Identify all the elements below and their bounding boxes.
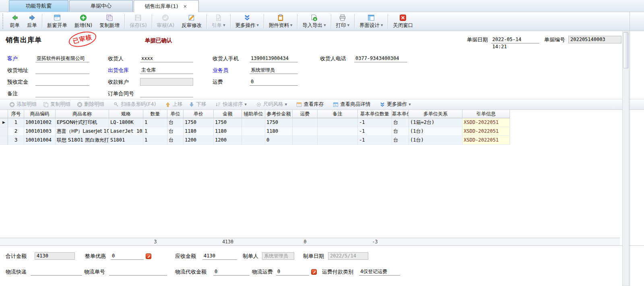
- cell-remark[interactable]: [318, 118, 358, 127]
- copy-new-button[interactable]: 复制新增: [96, 12, 123, 31]
- doc-date-field[interactable]: 2022-05-14 14:21: [491, 36, 539, 43]
- ui-design-button[interactable]: 界面设计▼: [356, 12, 386, 31]
- import-export-button[interactable]: 导入导出▼: [299, 12, 329, 31]
- column-header-freight[interactable]: 运费: [293, 110, 318, 118]
- cell-product-name[interactable]: 联想 S1801 黑白激光打印: [56, 136, 109, 145]
- field-input[interactable]: 1390013900434: [250, 55, 298, 62]
- cell-remark[interactable]: [318, 136, 358, 145]
- cell-base-unit[interactable]: 台: [392, 136, 409, 145]
- toolbar-grip[interactable]: [2, 14, 5, 29]
- column-header-product-code[interactable]: 商品编码: [24, 110, 56, 118]
- cell-aux-unit[interactable]: [242, 127, 265, 136]
- cell-product-code[interactable]: 100101003: [24, 127, 56, 136]
- column-header-amount[interactable]: 金额: [214, 110, 242, 118]
- cell-ref-amount[interactable]: 1750: [265, 118, 293, 127]
- cell-aux-unit[interactable]: [242, 136, 265, 145]
- cell-source-info[interactable]: XSDD-2022051: [462, 127, 510, 136]
- field-input[interactable]: [35, 66, 89, 74]
- cell-product-code[interactable]: 100101002: [24, 118, 56, 127]
- dropdown-arrow-icon[interactable]: ▼: [324, 24, 326, 27]
- close-window-button[interactable]: 关闭窗口: [389, 12, 417, 31]
- cell-base-qty[interactable]: -1: [358, 127, 392, 136]
- cell-spec[interactable]: LQ-1800K: [109, 118, 143, 127]
- field-input[interactable]: 0: [250, 78, 298, 86]
- field-input[interactable]: [140, 90, 193, 97]
- field-input[interactable]: 0377-9343400304: [354, 55, 407, 62]
- attachment-button[interactable]: 附件资料▼: [265, 12, 296, 31]
- print-button[interactable]: 打印▼: [332, 12, 353, 31]
- cell-source-info[interactable]: XSDD-2022051: [462, 118, 510, 127]
- column-header-multi-unit-relation[interactable]: 多单位关系: [409, 110, 462, 118]
- dropdown-arrow-icon[interactable]: ▼: [285, 103, 287, 106]
- dropdown-arrow-icon[interactable]: ▼: [347, 24, 349, 27]
- field-input[interactable]: 0: [111, 252, 144, 260]
- cell-ref-amount[interactable]: 1180: [265, 127, 293, 136]
- view-detail-button[interactable]: 查看商品详情: [330, 99, 374, 109]
- dropdown-arrow-icon[interactable]: ▼: [257, 24, 259, 27]
- discount-edit-icon[interactable]: [146, 253, 151, 259]
- freight-edit-icon[interactable]: [311, 269, 317, 275]
- column-header-price[interactable]: 单价: [184, 110, 214, 118]
- field-input[interactable]: [31, 268, 82, 276]
- cell-product-code[interactable]: 100101004: [24, 136, 56, 145]
- cell-freight[interactable]: [293, 118, 318, 127]
- column-header-base-unit[interactable]: 基本单位: [392, 110, 409, 118]
- cell-base-unit[interactable]: 台: [392, 127, 409, 136]
- cell-base-unit[interactable]: 台: [392, 118, 409, 127]
- cell-amount[interactable]: 1750: [214, 118, 242, 127]
- field-input[interactable]: 系统管理员: [250, 66, 298, 74]
- cell-spec[interactable]: S1801: [109, 136, 143, 145]
- column-header-remark[interactable]: 备注: [318, 110, 358, 118]
- cell-unit[interactable]: 台: [167, 118, 184, 127]
- column-header-base-qty[interactable]: 基本单位数量: [358, 110, 392, 118]
- dropdown-arrow-icon[interactable]: ▼: [381, 24, 383, 27]
- cell-qty[interactable]: 1: [143, 118, 167, 127]
- tab-document-center[interactable]: 单据中心: [69, 0, 133, 12]
- column-header-index[interactable]: 序号: [8, 110, 24, 118]
- field-input[interactable]: 4130: [202, 252, 237, 260]
- field-input[interactable]: 亚拓软件科技有限公司: [35, 55, 89, 62]
- cell-index[interactable]: 2: [8, 127, 24, 136]
- scrollbar-thumb[interactable]: [623, 32, 628, 68]
- dropdown-arrow-icon[interactable]: ▼: [409, 103, 411, 106]
- cell-base-qty[interactable]: -1: [358, 136, 392, 145]
- field-input[interactable]: 0: [213, 268, 250, 276]
- table-row[interactable]: 3100101004联想 S1801 黑白激光打印S18011台12001200…: [0, 136, 644, 145]
- cell-qty[interactable]: 1: [143, 127, 167, 136]
- field-input[interactable]: 4仅登记运费: [359, 268, 400, 276]
- field-input[interactable]: [35, 90, 89, 97]
- dropdown-arrow-icon[interactable]: ▼: [223, 24, 225, 27]
- cell-multi-unit-relation[interactable]: (1台): [409, 136, 462, 145]
- column-header-ref-amount[interactable]: 参考价金额: [265, 110, 293, 118]
- new-window-button[interactable]: 新窗开单: [43, 12, 71, 31]
- cell-price[interactable]: 1200: [184, 136, 214, 145]
- dropdown-arrow-icon[interactable]: ▼: [290, 24, 292, 27]
- cell-qty[interactable]: 1: [143, 136, 167, 145]
- cell-remark[interactable]: [318, 127, 358, 136]
- table-row[interactable]: ▶1100101002EPSON针式打印机LQ-1800K1台175017501…: [0, 118, 644, 127]
- tab-function-nav[interactable]: 功能导航窗: [9, 0, 68, 12]
- field-input[interactable]: [35, 78, 89, 86]
- cell-multi-unit-relation[interactable]: (1台): [409, 127, 462, 136]
- table-row[interactable]: 2100101003惠普（HP）LaserJet 1020LaserJet 10…: [0, 127, 644, 136]
- arrow-left-button[interactable]: 前单: [6, 12, 23, 31]
- cell-price[interactable]: 1180: [184, 127, 214, 136]
- column-header-unit[interactable]: 单位: [167, 110, 184, 118]
- add-button[interactable]: 新增(N): [71, 12, 96, 31]
- column-header-aux-unit[interactable]: 辅助单位: [242, 110, 265, 118]
- cell-amount[interactable]: 1200: [214, 136, 242, 145]
- cell-unit[interactable]: 台: [167, 136, 184, 145]
- cell-freight[interactable]: [293, 127, 318, 136]
- cell-product-name[interactable]: EPSON针式打印机: [56, 118, 109, 127]
- cell-multi-unit-relation[interactable]: (1箱=2台): [409, 118, 462, 127]
- column-header-spec[interactable]: 规格: [109, 110, 143, 118]
- tab-close-icon[interactable]: ×: [182, 4, 188, 9]
- cell-unit[interactable]: 台: [167, 127, 184, 136]
- cell-spec[interactable]: LaserJet 1020: [109, 127, 143, 136]
- cell-base-qty[interactable]: -1: [358, 118, 392, 127]
- dropdown-arrow-icon[interactable]: ▼: [244, 103, 246, 106]
- field-input[interactable]: 0: [276, 268, 309, 276]
- arrow-right-button[interactable]: 后单: [23, 12, 41, 31]
- view-stock-button[interactable]: 查看库存: [293, 99, 327, 109]
- column-header-product-name[interactable]: 商品名称: [56, 110, 109, 118]
